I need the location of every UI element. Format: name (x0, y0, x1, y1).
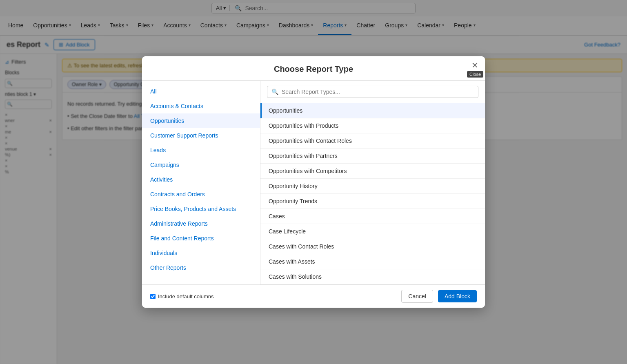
report-type-label-opp-trends: Opportunity Trends (269, 198, 317, 204)
choose-report-type-modal: Choose Report Type ✕ Close All Accounts … (142, 56, 485, 308)
category-label-opportunities: Opportunities (150, 118, 184, 124)
report-type-opp-trends[interactable]: Opportunity Trends (260, 194, 485, 209)
category-panel: All Accounts & Contacts Opportunities Cu… (142, 81, 260, 284)
modal-body: All Accounts & Contacts Opportunities Cu… (142, 81, 485, 284)
report-type-label-opportunities: Opportunities (269, 107, 302, 114)
category-item-price-books[interactable]: Price Books, Products and Assets (142, 202, 260, 216)
category-item-accounts-contacts[interactable]: Accounts & Contacts (142, 99, 260, 113)
report-type-opp-competitors[interactable]: Opportunities with Competitors (260, 164, 485, 179)
report-type-opp-contact-roles[interactable]: Opportunities with Contact Roles (260, 133, 485, 149)
report-type-label-opp-products: Opportunities with Products (269, 122, 338, 129)
category-label-file-content: File and Content Reports (150, 235, 214, 242)
report-type-label-opp-competitors: Opportunities with Competitors (269, 168, 347, 174)
report-type-cases-solutions[interactable]: Cases with Solutions (260, 269, 485, 284)
report-type-label-case-lifecycle: Case Lifecycle (269, 228, 306, 235)
report-type-cases-assets[interactable]: Cases with Assets (260, 254, 485, 269)
category-item-admin-reports[interactable]: Administrative Reports (142, 216, 260, 231)
report-type-label-cases: Cases (269, 213, 285, 220)
include-default-columns-label[interactable]: Include default columns (150, 293, 214, 300)
search-box-wrapper: 🔍 (260, 81, 485, 103)
category-item-contracts-orders[interactable]: Contracts and Orders (142, 187, 260, 202)
modal-footer: Include default columns Cancel Add Block (142, 284, 485, 308)
category-item-individuals[interactable]: Individuals (142, 246, 260, 260)
report-type-label-cases-assets: Cases with Assets (269, 258, 315, 265)
modal-header: Choose Report Type ✕ Close (142, 56, 485, 81)
report-type-opp-history[interactable]: Opportunity History (260, 179, 485, 194)
category-item-customer-support[interactable]: Customer Support Reports (142, 128, 260, 143)
category-label-customer-support: Customer Support Reports (150, 132, 218, 139)
cancel-button[interactable]: Cancel (401, 290, 433, 303)
report-type-list: Opportunities Opportunities with Product… (260, 103, 485, 284)
category-item-opportunities[interactable]: Opportunities (142, 113, 260, 128)
report-type-label-cases-solutions: Cases with Solutions (269, 273, 322, 280)
category-item-activities[interactable]: Activities (142, 172, 260, 187)
category-label-other-reports: Other Reports (150, 264, 186, 271)
category-label-activities: Activities (150, 176, 173, 183)
search-icon: 🔍 (271, 89, 278, 95)
report-type-cases-contact-roles[interactable]: Cases with Contact Roles (260, 239, 485, 254)
close-modal-button[interactable]: ✕ (471, 61, 478, 69)
report-type-label-opp-partners: Opportunities with Partners (269, 153, 338, 159)
search-box[interactable]: 🔍 (267, 86, 478, 98)
category-item-other-reports[interactable]: Other Reports (142, 260, 260, 275)
category-item-campaigns[interactable]: Campaigns (142, 158, 260, 172)
include-default-columns-text: Include default columns (158, 293, 214, 300)
include-default-columns-checkbox[interactable] (150, 294, 156, 299)
report-type-opp-products[interactable]: Opportunities with Products (260, 118, 485, 133)
report-type-label-opp-history: Opportunity History (269, 183, 318, 189)
modal-title: Choose Report Type (152, 64, 475, 74)
report-type-label-cases-contact-roles: Cases with Contact Roles (269, 243, 334, 250)
report-type-case-lifecycle[interactable]: Case Lifecycle (260, 224, 485, 239)
category-item-leads[interactable]: Leads (142, 143, 260, 158)
category-label-campaigns: Campaigns (150, 162, 179, 168)
category-item-all[interactable]: All (142, 84, 260, 99)
category-label-contracts-orders: Contracts and Orders (150, 191, 205, 198)
modal-overlay: Choose Report Type ✕ Close All Accounts … (0, 0, 627, 364)
category-item-file-content[interactable]: File and Content Reports (142, 231, 260, 246)
report-type-cases[interactable]: Cases (260, 209, 485, 224)
category-label-leads: Leads (150, 147, 166, 153)
category-label-accounts-contacts: Accounts & Contacts (150, 103, 203, 109)
report-type-label-opp-contact-roles: Opportunities with Contact Roles (269, 138, 352, 144)
close-tooltip: Close (467, 71, 483, 78)
category-label-admin-reports: Administrative Reports (150, 220, 208, 227)
report-type-opportunities[interactable]: Opportunities (260, 103, 485, 118)
search-report-types-input[interactable] (282, 89, 474, 95)
category-label-price-books: Price Books, Products and Assets (150, 206, 236, 212)
report-types-panel: 🔍 Opportunities Opportunities with Produ… (260, 81, 485, 284)
add-block-modal-button[interactable]: Add Block (438, 290, 477, 302)
report-type-opp-partners[interactable]: Opportunities with Partners (260, 149, 485, 164)
category-label-all: All (150, 88, 157, 95)
category-label-individuals: Individuals (150, 250, 177, 256)
